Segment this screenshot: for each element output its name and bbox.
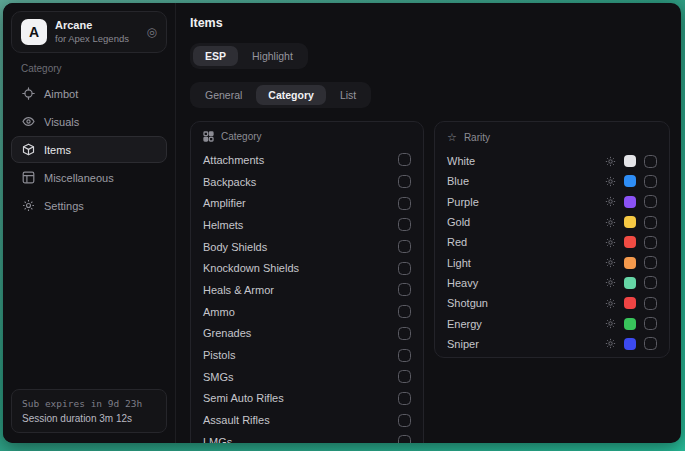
category-row-label: Ammo (203, 306, 398, 318)
rarity-settings-gear-icon[interactable] (605, 257, 616, 268)
category-checkbox[interactable] (398, 305, 411, 318)
rarity-color-swatch[interactable] (624, 277, 636, 289)
rarity-checkbox[interactable] (644, 195, 657, 208)
mode-highlight-button[interactable]: Highlight (240, 46, 305, 66)
tab-category[interactable]: Category (256, 85, 326, 105)
category-row: Grenades (203, 323, 411, 345)
category-row-label: Grenades (203, 327, 398, 339)
category-checkbox[interactable] (398, 262, 411, 275)
rarity-row: Gold (447, 212, 657, 232)
category-checkbox[interactable] (398, 153, 411, 166)
category-row-label: Body Shields (203, 241, 398, 253)
rarity-row-label: Gold (447, 216, 605, 228)
target-icon[interactable]: ◎ (147, 25, 157, 39)
category-row-label: LMGs (203, 436, 398, 443)
rarity-row: Heavy (447, 273, 657, 293)
rarity-row: Blue (447, 171, 657, 191)
sidebar-item-label: Miscellaneous (44, 172, 114, 184)
category-panel-title: Category (221, 131, 262, 142)
category-checkbox[interactable] (398, 218, 411, 231)
main-content: Items ESP Highlight General Category Lis… (176, 3, 681, 443)
rarity-settings-gear-icon[interactable] (605, 237, 616, 248)
rarity-checkbox[interactable] (644, 256, 657, 269)
rarity-settings-gear-icon[interactable] (605, 156, 616, 167)
category-checkbox[interactable] (398, 240, 411, 253)
category-checkbox[interactable] (398, 283, 411, 296)
rarity-checkbox[interactable] (644, 337, 657, 350)
subscription-card: Sub expires in 9d 23h Session duration 3… (11, 389, 167, 433)
rarity-row: Light (447, 252, 657, 272)
rarity-checkbox[interactable] (644, 317, 657, 330)
rarity-checkbox[interactable] (644, 155, 657, 168)
rarity-color-swatch[interactable] (624, 196, 636, 208)
rarity-color-swatch[interactable] (624, 175, 636, 187)
sidebar-item-miscellaneous[interactable]: Miscellaneous (11, 164, 167, 191)
tab-list[interactable]: List (328, 85, 368, 105)
category-row: Backpacks (203, 171, 411, 193)
rarity-row: Purple (447, 192, 657, 212)
rarity-row-label: Sniper (447, 338, 605, 350)
sidebar-item-items[interactable]: Items (11, 136, 167, 163)
rarity-settings-gear-icon[interactable] (605, 277, 616, 288)
rarity-color-swatch[interactable] (624, 216, 636, 228)
rarity-settings-gear-icon[interactable] (605, 298, 616, 309)
rarity-row-label: Heavy (447, 277, 605, 289)
category-checkbox[interactable] (398, 414, 411, 427)
tab-general[interactable]: General (193, 85, 254, 105)
category-row: SMGs (203, 366, 411, 388)
rarity-checkbox[interactable] (644, 276, 657, 289)
rarity-checkbox[interactable] (644, 236, 657, 249)
category-checkbox[interactable] (398, 435, 411, 443)
rarity-color-swatch[interactable] (624, 257, 636, 269)
rarity-checkbox[interactable] (644, 216, 657, 229)
sidebar-item-settings[interactable]: Settings (11, 192, 167, 219)
rarity-row-label: Light (447, 257, 605, 269)
sidebar-item-aimbot[interactable]: Aimbot (11, 80, 167, 107)
category-checkbox[interactable] (398, 349, 411, 362)
rarity-color-swatch[interactable] (624, 338, 636, 350)
sidebar-item-visuals[interactable]: Visuals (11, 108, 167, 135)
rarity-settings-gear-icon[interactable] (605, 217, 616, 228)
category-panel-header: Category (203, 131, 411, 142)
sidebar-item-label: Settings (44, 200, 84, 212)
rarity-checkbox[interactable] (644, 175, 657, 188)
rarity-row: Sniper (447, 334, 657, 354)
mode-esp-button[interactable]: ESP (193, 46, 238, 66)
category-row: Ammo (203, 301, 411, 323)
category-checkbox[interactable] (398, 327, 411, 340)
category-checkbox[interactable] (398, 370, 411, 383)
rarity-color-swatch[interactable] (624, 318, 636, 330)
sidebar-item-label: Aimbot (44, 88, 78, 100)
rarity-color-swatch[interactable] (624, 236, 636, 248)
rarity-settings-gear-icon[interactable] (605, 196, 616, 207)
rarity-panel: ☆ Rarity WhiteBluePurpleGoldRedLightHeav… (434, 121, 670, 358)
rarity-color-swatch[interactable] (624, 297, 636, 309)
rarity-settings-gear-icon[interactable] (605, 338, 616, 349)
category-checkbox[interactable] (398, 392, 411, 405)
category-checkbox[interactable] (398, 197, 411, 210)
sidebar-nav: AimbotVisualsItemsMiscellaneousSettings (3, 80, 175, 219)
rarity-settings-gear-icon[interactable] (605, 318, 616, 329)
category-checkbox[interactable] (398, 175, 411, 188)
category-row-label: Semi Auto Rifles (203, 392, 398, 404)
session-duration-text: Session duration 3m 12s (22, 413, 156, 424)
rarity-row-label: Energy (447, 318, 605, 330)
rarity-row: Shotgun (447, 293, 657, 313)
rarity-row-label: Blue (447, 175, 605, 187)
rarity-color-swatch[interactable] (624, 155, 636, 167)
category-row: Heals & Armor (203, 279, 411, 301)
category-panel: Category AttachmentsBackpacksAmplifierHe… (190, 121, 424, 443)
sidebar: A Arcane for Apex Legends ◎ Category Aim… (3, 3, 176, 443)
category-row: Assault Rifles (203, 409, 411, 431)
category-row-label: Knockdown Shields (203, 262, 398, 274)
app-header-card: A Arcane for Apex Legends ◎ (11, 11, 167, 53)
sub-expiry-text: Sub expires in 9d 23h (22, 398, 156, 409)
rarity-row-label: Red (447, 236, 605, 248)
rarity-row: Red (447, 232, 657, 252)
app-name: Arcane (55, 19, 129, 33)
rarity-settings-gear-icon[interactable] (605, 176, 616, 187)
rarity-row: Energy (447, 313, 657, 333)
crosshair-icon (21, 87, 35, 100)
rarity-checkbox[interactable] (644, 297, 657, 310)
category-row-label: Backpacks (203, 176, 398, 188)
